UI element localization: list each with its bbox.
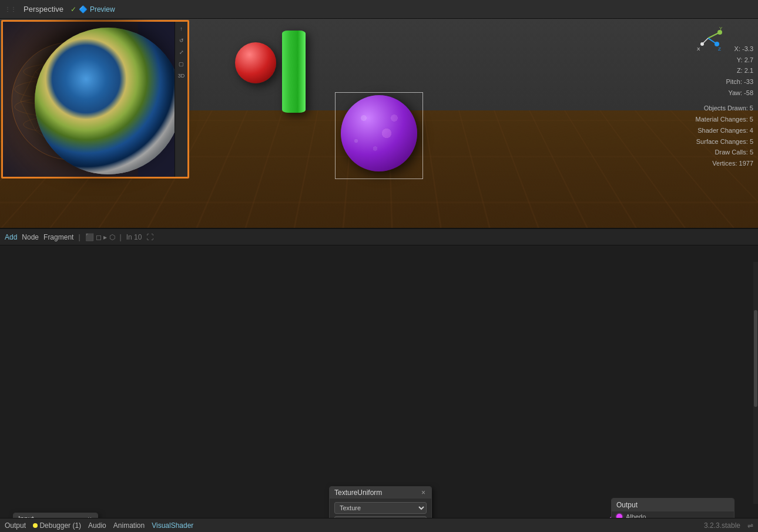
viewport-title-text: Perspective xyxy=(24,5,63,14)
texture-1-color-row: Color xyxy=(330,515,431,518)
node-editor-canvas[interactable]: Input × ≡ uv ▾ Input × xyxy=(0,245,758,518)
debugger-label[interactable]: Debugger (1) xyxy=(39,521,81,530)
preview-label: Preview xyxy=(90,5,115,14)
stat-vertices: Vertices: 1977 xyxy=(696,158,753,169)
texture-1-header: TextureUniform × xyxy=(330,487,431,499)
stat-shader-changes: Shader Changes: 4 xyxy=(696,125,753,136)
toolbar-icons: ⬛ ◻ ▸ ⬡ xyxy=(85,233,115,241)
stat-pitch: Pitch: -33 xyxy=(696,76,753,87)
debugger-dot xyxy=(33,523,38,528)
viewport-title: Perspective xyxy=(24,5,63,14)
texture-node-1: TextureUniform × Texture Color White Def… xyxy=(329,486,432,518)
tab-animation[interactable]: Animation xyxy=(113,521,145,530)
toolbar-in: In 10 xyxy=(126,233,142,241)
output-panel-title: Output xyxy=(616,501,638,509)
stat-surface-changes: Surface Changes: 5 xyxy=(696,136,753,147)
texture-1-title: TextureUniform xyxy=(334,489,382,497)
preview-panel: ↑ ↺ ⤢ ▢ 3D xyxy=(1,20,189,179)
texture-1-color-select[interactable]: Color xyxy=(334,516,427,518)
preview-icon: 🔷 xyxy=(79,5,88,14)
add-button[interactable]: Add xyxy=(5,233,17,241)
earth-preview-sphere xyxy=(35,28,182,174)
scene-green-cylinder xyxy=(282,31,306,113)
node-editor-toolbar: Add Node Fragment | ⬛ ◻ ▸ ⬡ | In 10 ⛶ xyxy=(0,229,758,245)
tool-rotate[interactable]: ↺ xyxy=(177,36,186,45)
stats-panel: X: -3.3 Y: 2.7 Z: 2.1 Pitch: -33 Yaw: -5… xyxy=(696,43,753,169)
toolbar-maximize[interactable]: ⛶ xyxy=(146,233,153,241)
tool-select[interactable]: ▢ xyxy=(177,59,186,69)
stat-z: Z: 2.1 xyxy=(696,65,753,76)
input-node-1-title: Input xyxy=(18,515,34,518)
preview-button[interactable]: 🔷 Preview xyxy=(71,5,115,14)
texture-1-close[interactable]: × xyxy=(420,489,427,497)
layout-icon[interactable]: ⇌ xyxy=(747,521,753,530)
scene-selection-box xyxy=(335,92,423,179)
node-editor: Add Node Fragment | ⬛ ◻ ▸ ⬡ | In 10 ⛶ xyxy=(0,229,758,532)
texture-1-type-row: Texture xyxy=(330,501,431,515)
stat-y: Y: 2.7 xyxy=(696,55,753,66)
tab-debugger: Debugger (1) xyxy=(33,521,81,530)
svg-text:Y: Y xyxy=(719,26,723,31)
tab-audio[interactable]: Audio xyxy=(88,521,106,530)
output-panel: Output Albedo Alpha Metallic Roughness S… xyxy=(611,498,734,518)
bottom-bar: Output Debugger (1) Audio Animation Visu… xyxy=(0,518,758,532)
tool-3d[interactable]: 3D xyxy=(177,71,186,80)
toolbar-fragment: Fragment xyxy=(43,233,73,241)
stat-x: X: -3.3 xyxy=(696,43,753,55)
drag-handle-icon: ⋮⋮ xyxy=(5,6,16,12)
scene-red-sphere xyxy=(235,42,276,83)
preview-toolbar: ↑ ↺ ⤢ ▢ 3D xyxy=(175,22,187,177)
scroll-bar-vertical[interactable] xyxy=(753,262,758,504)
input-node-1-close[interactable]: × xyxy=(86,515,93,518)
stat-objects-drawn: Objects Drawn: 5 xyxy=(696,103,753,114)
output-port-albedo-dot[interactable] xyxy=(616,514,622,518)
tab-visual-shader[interactable]: VisualShader xyxy=(152,521,193,530)
output-panel-header: Output xyxy=(612,499,734,511)
toolbar-sep1: | xyxy=(78,233,80,241)
toolbar-sep2: | xyxy=(120,233,122,241)
texture-1-body: Texture Color White Default uv rgb xyxy=(330,499,431,518)
viewport-header: ⋮⋮ Perspective 🔷 Preview xyxy=(0,0,758,19)
stat-material-changes: Material Changes: 5 xyxy=(696,114,753,125)
scroll-thumb-vertical[interactable] xyxy=(754,310,757,407)
tool-move[interactable]: ↑ xyxy=(177,24,186,33)
tab-output[interactable]: Output xyxy=(5,521,26,530)
input-node-1-header: Input × xyxy=(14,513,98,518)
tool-scale[interactable]: ⤢ xyxy=(177,48,186,57)
texture-1-type-select[interactable]: Texture xyxy=(334,502,427,514)
viewport-scene: ↑ ↺ ⤢ ▢ 3D Y Z X xyxy=(0,19,758,228)
stat-yaw: Yaw: -58 xyxy=(696,87,753,99)
toolbar-node: Node xyxy=(22,233,39,241)
input-node-1: Input × ≡ uv ▾ xyxy=(13,513,98,518)
version-info: 3.2.3.stable xyxy=(704,521,740,530)
output-port-albedo: Albedo xyxy=(612,511,734,518)
connections-svg xyxy=(0,245,758,518)
stat-draw-calls: Draw Calls: 5 xyxy=(696,147,753,158)
viewport-area: ⋮⋮ Perspective 🔷 Preview xyxy=(0,0,758,229)
